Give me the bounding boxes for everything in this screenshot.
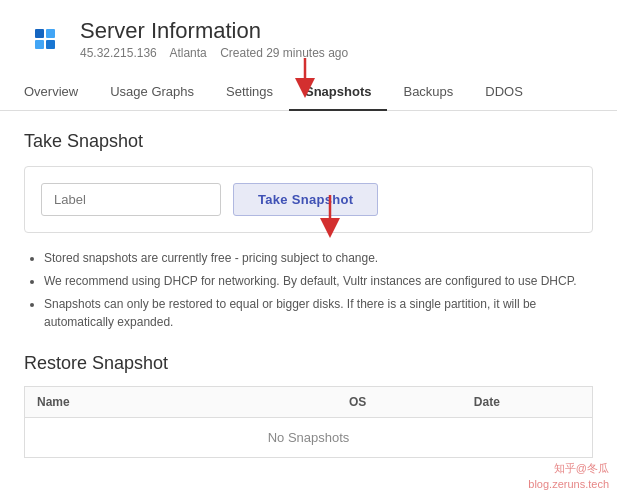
page-title: Server Information xyxy=(80,18,358,44)
nav-tabs: Overview Usage Graphs Settings Snapshots… xyxy=(0,74,617,111)
svg-rect-3 xyxy=(35,40,44,49)
tab-backups[interactable]: Backups xyxy=(387,74,469,111)
watermark-line1: 知乎@冬瓜 xyxy=(528,461,609,476)
page-header: Server Information 45.32.215.136 Atlanta… xyxy=(0,0,617,70)
header-text-block: Server Information 45.32.215.136 Atlanta… xyxy=(80,18,358,60)
tab-overview[interactable]: Overview xyxy=(24,74,94,111)
table-col-name: Name xyxy=(25,387,337,418)
main-content: Take Snapshot Take Snapshot Stored snaps… xyxy=(0,111,617,478)
info-bullet-3: Snapshots can only be restored to equal … xyxy=(44,295,593,331)
table-col-os: OS xyxy=(337,387,462,418)
tab-settings[interactable]: Settings xyxy=(210,74,289,111)
server-ip: 45.32.215.136 xyxy=(80,46,157,60)
server-location: Atlanta xyxy=(169,46,206,60)
info-bullet-2: We recommend using DHCP for networking. … xyxy=(44,272,593,290)
restore-table: Name OS Date No Snapshots xyxy=(24,386,593,458)
server-created: Created 29 minutes ago xyxy=(220,46,348,60)
info-bullets: Stored snapshots are currently free - pr… xyxy=(24,249,593,331)
snapshot-form-card: Take Snapshot xyxy=(24,166,593,233)
tab-usage-graphs[interactable]: Usage Graphs xyxy=(94,74,210,111)
tab-ddos[interactable]: DDOS xyxy=(469,74,539,111)
table-col-date: Date xyxy=(462,387,593,418)
label-input[interactable] xyxy=(41,183,221,216)
take-snapshot-button[interactable]: Take Snapshot xyxy=(233,183,378,216)
snapshot-form: Take Snapshot xyxy=(41,183,576,216)
info-bullet-1: Stored snapshots are currently free - pr… xyxy=(44,249,593,267)
svg-rect-1 xyxy=(35,29,44,38)
tab-snapshots[interactable]: Snapshots xyxy=(289,74,387,111)
svg-rect-4 xyxy=(46,40,55,49)
watermark-line2: blog.zeruns.tech xyxy=(528,477,609,492)
take-snapshot-title: Take Snapshot xyxy=(24,131,593,152)
svg-rect-0 xyxy=(24,18,66,60)
empty-message: No Snapshots xyxy=(25,418,593,458)
watermark: 知乎@冬瓜 blog.zeruns.tech xyxy=(528,461,609,492)
table-empty-row: No Snapshots xyxy=(25,418,593,458)
svg-rect-2 xyxy=(46,29,55,38)
restore-snapshot-title: Restore Snapshot xyxy=(24,353,593,374)
header-subtitle: 45.32.215.136 Atlanta Created 29 minutes… xyxy=(80,46,358,60)
vultr-logo-icon xyxy=(24,18,66,60)
